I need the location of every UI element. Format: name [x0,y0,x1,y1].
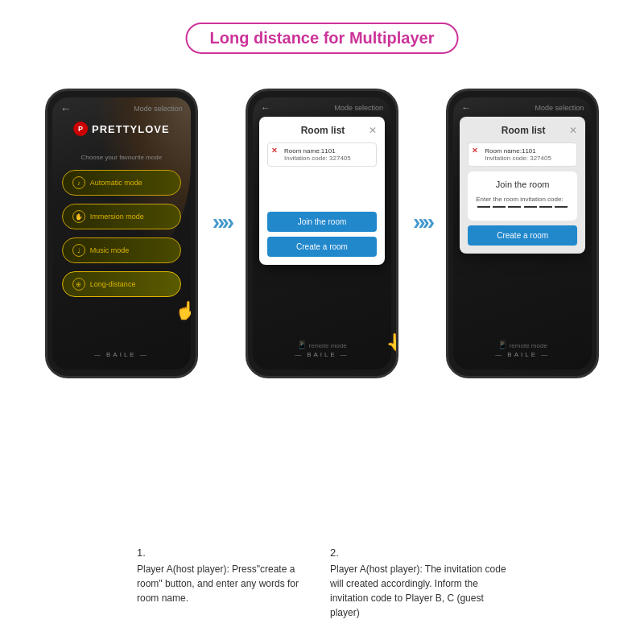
phone-2-header: ← Mode selection [253,102,391,114]
room-dialog-header-2: Room list ✕ [267,125,377,136]
arrow-2-symbol: »» [413,209,431,235]
desc-1-text: Player A(host player): Press"create a ro… [137,562,314,605]
room-item-name-3: Room name:1101 [475,147,570,155]
mode-longdistance-label: Long-distance [90,280,136,288]
arrow-1-symbol: »» [213,209,231,235]
room-dialog-title-3: Room list [477,125,569,136]
arrow-1: »» [213,89,231,235]
create-room-button-2[interactable]: Create a room [267,237,377,257]
room-item-3: ✕ Room name:1101 Invitation code: 327405 [468,142,577,167]
phone-1-bg: ← Mode selection P PRETTYLOVE Choose you… [52,97,191,369]
join-section-title: Join the room [476,180,569,189]
phones-row: ← Mode selection P PRETTYLOVE Choose you… [0,89,644,378]
code-char-3 [508,206,521,208]
hand-pointer-2: 👆 [386,332,398,353]
room-dialog-title-2: Room list [277,125,369,136]
join-code-input[interactable] [476,206,569,208]
mode-automatic[interactable]: ♪ Automatic mode [62,170,181,196]
room-dialog-3: Room list ✕ ✕ Room name:1101 Invitation … [460,117,585,254]
hand-pointer-1: 👆 [175,300,191,321]
phone-2-title: Mode selection [334,104,383,112]
phone-2-remote: 📱 remote mode [253,341,391,349]
phone-3-bg: ← Mode selection Room list ✕ ✕ Room name… [453,97,592,369]
phone-2-footer: BAILE [253,351,391,358]
phone-3-header: ← Mode selection [453,102,592,114]
room-item-2: ✕ Room name:1101 Invitation code: 327405 [267,142,377,167]
immersion-icon: ✋ [72,210,85,223]
room-dialog-close-3[interactable]: ✕ [569,125,577,136]
automatic-icon: ♪ [72,176,85,189]
phone-1-back-icon[interactable]: ← [60,102,72,115]
arrow-2: »» [413,89,431,235]
phone-3-footer: BAILE [453,351,592,358]
phone-1-logo: P PRETTYLOVE [73,122,170,136]
room-space-2 [267,171,377,212]
mode-immersion-label: Immersion mode [90,213,144,221]
room-dialog-header-3: Room list ✕ [468,125,577,136]
mode-music-label: Music mode [90,246,130,254]
room-item-x-3: ✕ [472,147,478,155]
room-dialog-2: Room list ✕ ✕ Room name:1101 Invitation … [259,117,385,265]
descriptions: 1. Player A(host player): Press"create a… [0,547,644,620]
join-room-button-2[interactable]: Join the room [267,212,377,232]
phone-1-footer: BAILE [52,351,191,358]
join-section: Join the room Enter the room invitation … [468,171,577,221]
prettylove-text: PRETTYLOVE [92,123,170,135]
join-code-label: Enter the room invitation code: [476,196,569,203]
phone-3-screen: ← Mode selection Room list ✕ ✕ Room name… [453,97,592,369]
phone-2-screen: ← Mode selection Room list ✕ ✕ Room name… [253,97,391,369]
phone-1-subtitle: Choose your favourite mode [52,154,191,161]
prettylove-icon: P [73,122,88,136]
phone-1-screen: ← Mode selection P PRETTYLOVE Choose you… [52,97,191,369]
room-item-name-2: Room name:1101 [275,147,369,155]
phone-3-title: Mode selection [535,104,584,112]
code-char-6 [555,206,568,208]
mode-automatic-label: Automatic mode [90,179,142,187]
room-item-code-3: Invitation code: 327405 [475,155,570,162]
mode-long-distance[interactable]: ⊕ Long-distance [62,271,181,297]
phone-3-remote: 📱 remote mode [453,341,592,349]
phone-3: ← Mode selection Room list ✕ ✕ Room name… [446,89,599,378]
mode-immersion[interactable]: ✋ Immersion mode [62,204,181,229]
phone-2-bg: ← Mode selection Room list ✕ ✕ Room name… [253,97,391,369]
desc-2-number: 2. [330,547,507,559]
phone-1-title: Mode selection [134,105,183,113]
phone-1-modes: ♪ Automatic mode ✋ Immersion mode ♩ Musi… [62,170,181,297]
phone-3-back-icon[interactable]: ← [461,102,471,114]
room-item-x-2: ✕ [271,147,278,155]
room-dialog-close-2[interactable]: ✕ [369,125,377,136]
code-char-2 [493,206,506,208]
code-char-4 [524,206,537,208]
desc-1: 1. Player A(host player): Press"create a… [137,547,314,620]
room-item-code-2: Invitation code: 327405 [275,155,369,162]
code-char-5 [539,206,552,208]
longdistance-icon: ⊕ [72,278,85,291]
music-icon: ♩ [72,244,85,257]
title-banner: Long distance for Multiplayer [186,23,459,54]
phone-1: ← Mode selection P PRETTYLOVE Choose you… [45,89,198,378]
desc-1-number: 1. [137,547,314,559]
code-char-1 [477,206,490,208]
phone-1-header: ← Mode selection [52,102,191,115]
phone-2-back-icon[interactable]: ← [261,102,270,114]
mode-music[interactable]: ♩ Music mode [62,237,181,263]
desc-2: 2. Player A(host player): The invitation… [330,547,507,620]
phone-2: ← Mode selection Room list ✕ ✕ Room name… [246,89,398,378]
desc-2-text: Player A(host player): The invitation co… [330,562,507,620]
create-room-button-3[interactable]: Create a room [468,225,577,246]
title-text: Long distance for Multiplayer [210,29,435,47]
